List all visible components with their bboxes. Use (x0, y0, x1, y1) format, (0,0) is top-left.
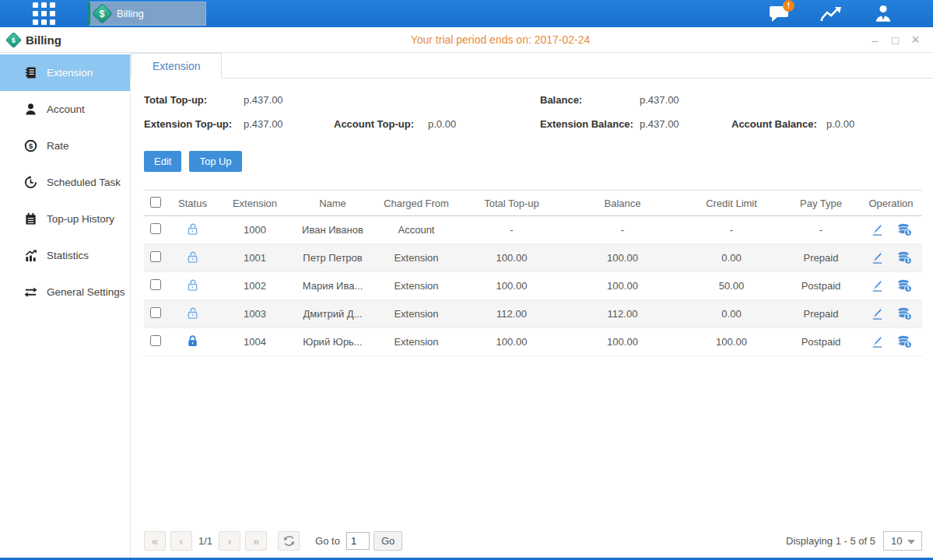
top-up-button[interactable]: Top Up (189, 151, 241, 172)
first-page-button[interactable]: « (144, 531, 166, 551)
sidebar-item-account[interactable]: Account (0, 91, 130, 128)
sidebar-item-scheduled-task[interactable]: Scheduled Task (0, 164, 130, 201)
maximize-button[interactable]: □ (889, 33, 902, 47)
action-buttons: Edit Top Up (144, 151, 922, 172)
next-page-button[interactable]: › (219, 531, 240, 551)
account-balance-value: p.0.00 (826, 118, 854, 130)
goto-page-input[interactable] (346, 532, 370, 550)
name-cell: Мария Ива... (292, 272, 374, 300)
table-row: 1001Петр ПетровExtension100.00100.000.00… (144, 244, 922, 272)
top-up-row-icon[interactable]: $ (897, 335, 912, 348)
history-clock-icon (23, 176, 37, 190)
pay-type-cell: Postpaid (782, 272, 860, 300)
charged-from-cell: Account (374, 216, 459, 244)
messages-icon[interactable]: ! (766, 4, 792, 24)
balance-label: Balance: (540, 94, 640, 106)
lock-open-icon (167, 244, 218, 272)
edit-row-icon[interactable] (871, 279, 884, 292)
table-row: 1000Иван ИвановAccount----$ (144, 216, 922, 244)
balance-cell: 100.00 (564, 244, 681, 272)
page-size-select[interactable]: 10 (883, 531, 922, 551)
row-checkbox[interactable] (150, 307, 161, 318)
edit-row-icon[interactable] (871, 335, 884, 348)
billing-app-icon: $ (92, 3, 113, 24)
top-up-row-icon[interactable]: $ (897, 279, 912, 292)
svg-text:$: $ (28, 142, 33, 150)
sidebar-item-general-settings[interactable]: General Settings (0, 274, 130, 310)
charged-from-cell: Extension (374, 328, 459, 356)
window-title-text: Billing (26, 33, 61, 47)
refresh-icon (283, 535, 295, 547)
lock-closed-icon (167, 328, 218, 356)
prev-page-button[interactable]: ‹ (170, 531, 192, 551)
minimize-button[interactable]: – (868, 33, 882, 47)
close-button[interactable]: × (909, 33, 922, 47)
pay-type-cell: Prepaid (782, 244, 860, 272)
extension-cell: 1001 (218, 244, 292, 272)
top-up-row-icon[interactable]: $ (897, 223, 912, 236)
sidebar-item-label: Account (47, 103, 85, 115)
credit-limit-cell: 0.00 (681, 244, 782, 272)
name-cell: Петр Петров (292, 244, 374, 272)
total-topup-value: p.437.00 (244, 94, 540, 106)
name-cell: Юрий Юрь... (292, 328, 374, 356)
svg-text:$: $ (907, 341, 910, 348)
sidebar-item-statistics[interactable]: Statistics (0, 237, 130, 274)
total-topup-cell: 100.00 (459, 328, 564, 356)
last-page-button[interactable]: » (245, 531, 267, 551)
column-credit-limit: Credit Limit (681, 191, 782, 216)
refresh-button[interactable] (278, 531, 300, 551)
charged-from-cell: Extension (374, 272, 459, 300)
column-operation: Operation (860, 191, 922, 216)
select-all-checkbox[interactable] (150, 197, 161, 208)
table-row: 1003Дмитрий Д...Extension112.00112.000.0… (144, 300, 922, 328)
charged-from-cell: Extension (374, 244, 459, 272)
chart-icon[interactable] (818, 4, 844, 24)
sidebar-item-label: Extension (47, 67, 93, 79)
notification-badge: ! (783, 0, 794, 12)
topbar-actions: ! (766, 4, 933, 24)
extension-cell: 1000 (218, 216, 292, 244)
row-checkbox[interactable] (150, 335, 161, 346)
row-checkbox[interactable] (150, 223, 161, 234)
balance-value: p.437.00 (640, 94, 679, 106)
lock-open-icon (167, 216, 218, 244)
lock-open-icon (167, 272, 218, 300)
sidebar-item-topup-history[interactable]: Top-up History (0, 201, 130, 237)
topbar-tab-label: Billing (117, 8, 144, 19)
table-header-row: Status Extension Name Charged From Total… (144, 191, 922, 216)
balance-cell: 112.00 (564, 300, 681, 328)
account-topup-value: p.0.00 (428, 118, 540, 130)
window-title: $ Billing (0, 33, 132, 47)
sidebar-item-label: Top-up History (47, 213, 114, 225)
edit-row-icon[interactable] (871, 307, 884, 320)
row-checkbox[interactable] (150, 279, 161, 290)
top-up-row-icon[interactable]: $ (897, 251, 912, 264)
edit-button[interactable]: Edit (144, 151, 181, 172)
app-launcher-icon[interactable] (33, 2, 55, 25)
balance-cell: 100.00 (564, 328, 681, 356)
top-up-row-icon[interactable]: $ (897, 307, 912, 320)
main-panel: Extension Total Top-up: p.437.00 Balance… (131, 53, 933, 558)
charged-from-cell: Extension (374, 300, 459, 328)
topbar-tab-billing[interactable]: $ Billing (88, 2, 206, 26)
sidebar-item-rate[interactable]: $ Rate (0, 128, 130, 164)
tab-extension[interactable]: Extension (131, 53, 222, 79)
page-size-value: 10 (891, 535, 902, 547)
svg-text:$: $ (907, 229, 910, 236)
column-status: Status (167, 191, 218, 216)
sidebar-item-extension[interactable]: Extension (0, 54, 130, 91)
sidebar-item-label: Scheduled Task (47, 177, 121, 188)
ledger-icon (23, 66, 37, 80)
extension-cell: 1003 (218, 300, 292, 328)
name-cell: Иван Иванов (292, 216, 374, 244)
row-checkbox[interactable] (150, 251, 161, 262)
edit-row-icon[interactable] (871, 251, 884, 264)
user-icon[interactable] (870, 4, 896, 24)
table-row: 1004Юрий Юрь...Extension100.00100.00100.… (144, 328, 922, 356)
edit-row-icon[interactable] (871, 223, 884, 236)
pay-type-cell: Postpaid (782, 328, 860, 356)
total-topup-cell: - (459, 216, 564, 244)
sidebar: Extension Account $ Rate Scheduled Task … (0, 53, 131, 558)
go-button[interactable]: Go (374, 531, 402, 551)
